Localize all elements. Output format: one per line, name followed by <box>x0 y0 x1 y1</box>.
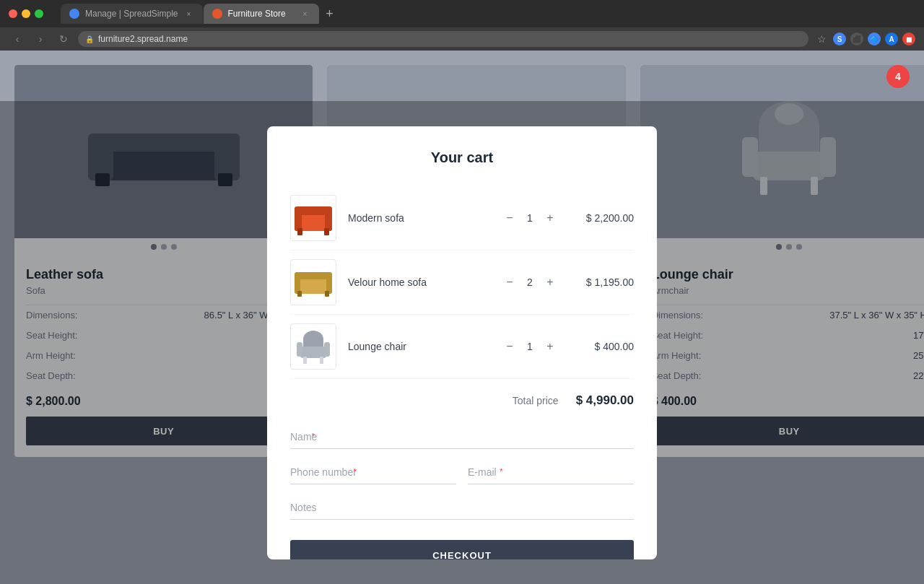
checkout-button[interactable]: CHECKOUT <box>290 540 634 559</box>
notes-input[interactable] <box>290 496 634 520</box>
tab-close-2[interactable]: × <box>300 9 310 19</box>
lounge-chair-increase-button[interactable]: + <box>543 339 557 354</box>
extension-icon-4[interactable]: A <box>885 32 898 45</box>
bookmark-star-icon[interactable]: ☆ <box>814 32 829 46</box>
phone-input[interactable] <box>290 461 456 484</box>
total-price-value: $ 4,990.00 <box>576 393 634 408</box>
modern-sofa-thumbnail <box>290 195 336 241</box>
email-input[interactable] <box>468 461 634 484</box>
maximize-window-button[interactable] <box>35 9 43 18</box>
velour-sofa-name: Velour home sofa <box>348 276 491 288</box>
svg-rect-22 <box>297 228 302 235</box>
name-input[interactable] <box>290 425 634 449</box>
svg-rect-29 <box>325 291 329 297</box>
svg-rect-28 <box>297 291 302 297</box>
velour-sofa-price: $ 1,195.00 <box>569 276 634 288</box>
lounge-chair-qty: 1 <box>524 341 536 352</box>
notes-field <box>290 496 634 520</box>
svg-rect-33 <box>297 342 302 357</box>
forward-button[interactable]: › <box>32 30 49 48</box>
modern-sofa-price: $ 2,200.00 <box>569 212 634 224</box>
notes-field-row <box>290 496 634 520</box>
lounge-chair-thumbnail <box>290 323 336 370</box>
velour-sofa-qty-control: − 2 + <box>502 275 557 289</box>
svg-rect-35 <box>303 357 307 364</box>
lounge-chair-cart-price: $ 400.00 <box>569 341 634 352</box>
new-tab-button[interactable]: + <box>320 4 340 24</box>
tab-close-1[interactable]: × <box>184 9 194 19</box>
extension-icon-2[interactable]: ⬛ <box>850 32 863 45</box>
modern-sofa-qty: 1 <box>524 212 536 224</box>
browser-toolbar: ‹ › ↻ 🔒 furniture2.spread.name ☆ S ⬛ 🔷 A… <box>0 27 924 51</box>
extension-icon-3[interactable]: 🔷 <box>868 32 881 45</box>
modern-sofa-name: Modern sofa <box>348 212 491 224</box>
cart-item-lounge-chair: Lounge chair − 1 + $ 400.00 <box>290 315 634 379</box>
velour-sofa-thumb-svg <box>293 262 334 302</box>
svg-rect-23 <box>324 228 329 235</box>
total-price-label: Total price <box>513 395 559 406</box>
modal-title: Your cart <box>290 149 634 166</box>
extension-icon-1[interactable]: S <box>833 32 846 45</box>
cart-modal: Your cart Modern sofa − <box>267 126 657 559</box>
tabs-bar: Manage | SpreadSimple × Furniture Store … <box>61 4 915 24</box>
minimize-window-button[interactable] <box>22 9 30 18</box>
tab-furniture-store[interactable]: Furniture Store × <box>204 4 319 24</box>
modern-sofa-decrease-button[interactable]: − <box>502 211 517 225</box>
cart-item-modern-sofa: Modern sofa − 1 + $ 2,200.00 <box>290 186 634 250</box>
velour-sofa-increase-button[interactable]: + <box>543 275 557 289</box>
svg-rect-27 <box>295 272 332 279</box>
cart-total-row: Total price $ 4,990.00 <box>290 379 634 414</box>
tab-favicon-2 <box>212 9 222 19</box>
lounge-chair-decrease-button[interactable]: − <box>502 339 517 354</box>
tab-manage-spreadsimple[interactable]: Manage | SpreadSimple × <box>61 4 203 24</box>
svg-rect-36 <box>320 357 323 364</box>
modern-sofa-thumb-svg <box>293 198 334 238</box>
tab-label-2: Furniture Store <box>228 9 295 19</box>
lock-icon: 🔒 <box>85 35 94 43</box>
lounge-chair-thumb-svg <box>293 326 334 367</box>
address-bar[interactable]: 🔒 furniture2.spread.name <box>78 31 808 47</box>
svg-rect-32 <box>300 347 326 358</box>
lounge-chair-cart-name: Lounge chair <box>348 341 491 352</box>
reload-button[interactable]: ↻ <box>55 30 72 48</box>
page-content: Leather sofa Sofa Dimensions: 86.5" L x … <box>0 51 924 584</box>
phone-email-row: * * <box>290 461 634 484</box>
cart-form: * * * CHECKOUT <box>290 425 634 559</box>
modern-sofa-qty-control: − 1 + <box>502 211 557 225</box>
cart-item-velour-sofa: Velour home sofa − 2 + $ 1,195.00 <box>290 250 634 315</box>
modal-overlay: Your cart Modern sofa − <box>0 101 924 584</box>
velour-sofa-qty: 2 <box>524 276 536 288</box>
traffic-lights <box>9 9 43 18</box>
tab-label-1: Manage | SpreadSimple <box>85 9 178 19</box>
svg-rect-34 <box>324 342 330 357</box>
back-button[interactable]: ‹ <box>9 30 26 48</box>
modern-sofa-increase-button[interactable]: + <box>543 211 557 225</box>
velour-sofa-decrease-button[interactable]: − <box>502 275 517 289</box>
url-text: furniture2.spread.name <box>98 34 188 44</box>
toolbar-actions: ☆ S ⬛ 🔷 A ◼ <box>814 32 915 46</box>
lounge-chair-qty-control: − 1 + <box>502 339 557 354</box>
browser-titlebar: Manage | SpreadSimple × Furniture Store … <box>0 0 924 27</box>
name-field-row: * <box>290 425 634 449</box>
velour-sofa-thumbnail <box>290 259 336 305</box>
tab-favicon-1 <box>69 9 79 19</box>
browser-chrome: Manage | SpreadSimple × Furniture Store … <box>0 0 924 51</box>
extension-icon-5[interactable]: ◼ <box>902 32 915 45</box>
close-window-button[interactable] <box>9 9 17 18</box>
svg-rect-21 <box>295 206 332 215</box>
cart-badge[interactable]: 4 <box>886 65 910 88</box>
email-field: * <box>468 461 634 484</box>
phone-field: * <box>290 461 456 484</box>
name-field: * <box>290 425 634 449</box>
